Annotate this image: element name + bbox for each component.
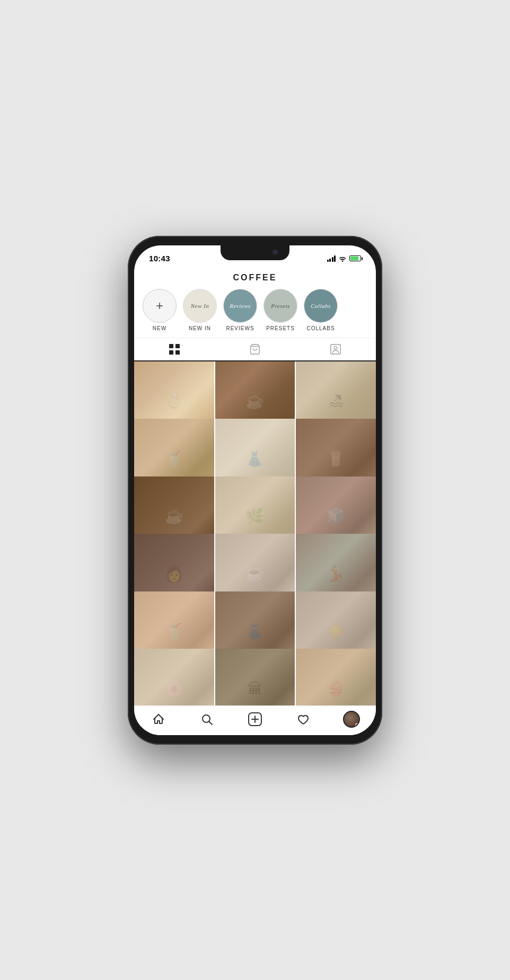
nav-add[interactable]	[243, 708, 267, 731]
story-item-presets[interactable]: Presets PRESETS	[263, 289, 297, 331]
stories-row[interactable]: + New New In NEW IN Reviews REVIEWS	[134, 282, 376, 338]
story-circle-reviews[interactable]: Reviews	[223, 289, 257, 323]
nav-home[interactable]	[147, 708, 170, 731]
phone-screen: 10:43 CO	[134, 245, 376, 735]
shop-icon	[249, 343, 261, 355]
wifi-icon	[338, 255, 347, 262]
grid-icon	[169, 343, 180, 355]
nav-profile[interactable]	[340, 708, 363, 731]
photo-grid: 💍 ☕ 🏖 🥤 👗 🥛 ☕	[134, 361, 376, 705]
grid-cell-16[interactable]: 🌸	[134, 649, 214, 705]
battery-icon	[349, 255, 361, 261]
story-item-new[interactable]: + New	[143, 289, 177, 331]
story-circle-collabs[interactable]: Collabs	[304, 289, 338, 323]
signal-icon	[327, 255, 336, 262]
tab-grid[interactable]	[134, 338, 215, 361]
home-icon	[152, 713, 165, 726]
story-text-presets: Presets	[271, 303, 289, 309]
svg-line-8	[209, 722, 212, 725]
grid-cell-18[interactable]: 👙	[296, 649, 376, 705]
content-tabs	[134, 338, 376, 361]
story-label-presets: PRESETS	[266, 325, 295, 331]
phone-wrapper: 10:43 CO	[128, 236, 382, 745]
nav-heart[interactable]	[292, 708, 315, 731]
story-circle-new[interactable]: +	[143, 289, 177, 323]
svg-rect-1	[175, 344, 180, 348]
svg-rect-3	[175, 350, 180, 355]
search-icon	[200, 713, 213, 726]
story-text-new-in: New In	[191, 303, 209, 309]
story-circle-new-in[interactable]: New In	[183, 289, 217, 323]
story-text-reviews: Reviews	[230, 303, 251, 309]
story-label-new-in: NEW IN	[189, 325, 211, 331]
front-camera	[272, 250, 278, 255]
svg-rect-0	[169, 344, 173, 348]
tag-person-icon	[330, 343, 341, 355]
svg-point-6	[334, 346, 337, 349]
story-item-new-in[interactable]: New In NEW IN	[183, 289, 217, 331]
story-label-collabs: COLLABS	[306, 325, 335, 331]
avatar-notification-dot	[355, 723, 359, 727]
story-item-reviews[interactable]: Reviews REVIEWS	[223, 289, 257, 331]
plus-icon: +	[156, 299, 164, 312]
status-icons	[327, 255, 362, 262]
profile-name: COFFEE	[145, 273, 365, 282]
story-item-collabs[interactable]: Collabs COLLABS	[304, 289, 338, 331]
story-text-collabs: Collabs	[311, 303, 331, 309]
heart-icon	[297, 713, 310, 726]
tab-shop[interactable]	[215, 338, 295, 360]
avatar[interactable]	[343, 711, 360, 728]
tab-tagged[interactable]	[295, 338, 376, 360]
phone-notch	[221, 245, 289, 260]
grid-cell-17[interactable]: 🏛	[215, 649, 295, 705]
phone-shell: 10:43 CO	[128, 236, 382, 745]
story-circle-presets[interactable]: Presets	[263, 289, 297, 323]
profile-header: COFFEE	[134, 269, 376, 282]
bottom-nav	[134, 705, 376, 735]
story-label-reviews: REVIEWS	[226, 325, 254, 331]
svg-rect-2	[169, 350, 173, 355]
story-label-new: New	[153, 325, 166, 331]
add-icon	[248, 712, 262, 726]
nav-search[interactable]	[195, 708, 218, 731]
status-time: 10:43	[149, 254, 170, 263]
